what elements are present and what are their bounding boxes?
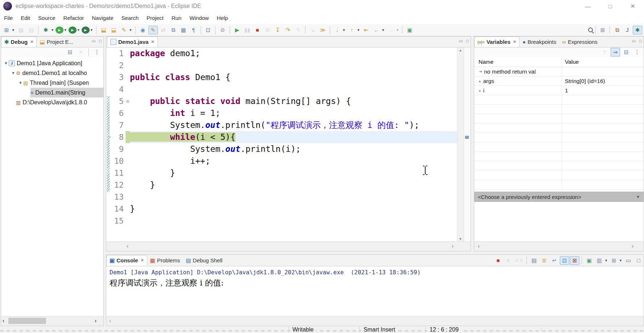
code-line[interactable]: 12 } (106, 179, 458, 191)
tree-item-content[interactable]: ≡Demo1.main(String (30, 88, 103, 97)
variables-empty-row[interactable] (474, 171, 644, 180)
variables-row[interactable]: ●i1 (474, 86, 644, 95)
open-perspective-button[interactable]: ⊞ (598, 25, 607, 35)
toggle-mark-occurrences-button[interactable]: ✎ (148, 25, 158, 35)
scroll-left-icon[interactable]: ‹ (127, 243, 128, 249)
tree-item-content[interactable]: ▥D:\Develop\Java\jdk1.8.0 (16, 97, 103, 107)
scroll-thumb[interactable] (8, 318, 46, 324)
column-header-name[interactable]: Name (474, 57, 562, 67)
step-into-button[interactable]: ↧ (273, 25, 283, 35)
chevron-down-icon[interactable]: ▼ (342, 28, 346, 32)
code-line[interactable]: 14} (106, 203, 458, 215)
scroll-up-icon[interactable]: ▲ (459, 48, 462, 52)
console-output[interactable]: Demo1 [Java Application] D:\Develop\Java… (106, 266, 644, 316)
skip-all-breakpoints-button[interactable]: ⊘ (218, 25, 227, 35)
minimize-button[interactable]: — (577, 0, 599, 12)
chevron-down-icon[interactable]: ▼ (12, 28, 15, 32)
save-all-button[interactable]: ▤ (26, 25, 36, 35)
code-editor[interactable]: 1package demo1;23public class Demo1 {45⊖… (106, 47, 458, 242)
step-return-button[interactable]: ↰ (294, 25, 303, 35)
view-menu-button[interactable]: ⋮ (632, 47, 642, 57)
code-line[interactable]: 6 int i = 1; (106, 107, 458, 119)
maximize-view-button[interactable]: □ (634, 256, 643, 265)
show-stdout-changed-button[interactable]: ⊡ (560, 256, 569, 265)
chevron-down-icon[interactable]: ▼ (64, 28, 67, 32)
suspend-button[interactable]: ▮▮ (243, 25, 252, 35)
menu-file[interactable]: File (0, 12, 17, 24)
open-type-button[interactable]: ⬓ (99, 25, 108, 35)
scroll-left-icon[interactable]: ‹ (109, 317, 111, 324)
column-header-value[interactable]: Value (562, 59, 644, 65)
chevron-down-icon[interactable]: ▼ (357, 28, 360, 32)
code-line[interactable]: 11 } (106, 167, 458, 179)
code-line[interactable]: 4 (106, 83, 458, 95)
scroll-left-icon[interactable]: ‹ (3, 317, 4, 324)
variables-row[interactable]: ⇥no method return val (474, 67, 644, 76)
maximize-view-icon[interactable]: □ (466, 38, 469, 43)
variables-empty-row[interactable] (474, 133, 644, 142)
debug-snapshot-button[interactable]: ◉ (138, 25, 148, 35)
variables-empty-row[interactable] (474, 105, 644, 114)
scroll-right-icon[interactable]: › (95, 317, 97, 324)
pin-console-button[interactable]: ▣ (584, 256, 594, 265)
menu-navigate[interactable]: Navigate (88, 12, 117, 24)
save-button[interactable]: ▤ (16, 25, 26, 35)
tree-item-content[interactable]: ▤Thread [main] (Suspen (23, 78, 103, 88)
current-line-marker[interactable] (465, 136, 469, 139)
scroll-right-icon[interactable]: › (632, 243, 633, 249)
tree-item[interactable]: ▼▤Thread [main] (Suspen (1, 78, 103, 88)
show-source-button[interactable]: ▦ (179, 25, 188, 35)
maximize-view-icon[interactable]: □ (99, 38, 102, 43)
code-line[interactable]: 10 i++; (106, 155, 458, 167)
back-button[interactable]: ←▼ (372, 25, 385, 35)
tree-item[interactable]: ≡Demo1.main(String (1, 88, 103, 97)
chevron-down-icon[interactable]: ▼ (636, 195, 640, 199)
debug-view-tab-debug[interactable]: ✱Debug✕ (1, 37, 37, 47)
variables-empty-row[interactable] (474, 114, 644, 124)
expand-chevron-icon[interactable]: ▼ (11, 71, 16, 75)
menu-help[interactable]: Help (213, 12, 232, 24)
scroll-lock-button[interactable]: ≣ (540, 256, 549, 265)
show-logical-structures-button[interactable]: ⇒ (611, 47, 620, 57)
minimize-view-button[interactable]: ▭ (624, 256, 633, 265)
close-icon[interactable]: ✕ (151, 39, 154, 44)
clear-console-button[interactable]: ▤ (529, 256, 539, 265)
variable-detail-pane[interactable] (474, 202, 644, 242)
expand-chevron-icon[interactable]: ▼ (3, 61, 9, 65)
collapse-all-button[interactable]: ⊟ (65, 47, 75, 57)
variables-hscrollbar[interactable]: ‹ › (474, 241, 644, 251)
drop-to-frame-button[interactable]: ↘ (308, 25, 317, 35)
scroll-right-icon[interactable]: › (452, 243, 454, 249)
perspective-hierarchy-button[interactable]: ⧉ (612, 25, 622, 35)
tree-item-content[interactable]: JDemo1 [Java Application] (9, 58, 103, 68)
view-menu-button[interactable]: ⋮ (92, 47, 102, 57)
close-icon[interactable]: ✕ (513, 39, 516, 44)
code-line[interactable]: 1package demo1; (106, 47, 458, 59)
menu-source[interactable]: Source (34, 12, 60, 24)
editor-tab-demo1-java[interactable]: Demo1.java ✕ (107, 37, 158, 47)
debug-hscrollbar[interactable]: ‹ › (1, 316, 103, 326)
code-line[interactable]: 2 (106, 59, 458, 71)
menu-search[interactable]: Search (117, 12, 143, 24)
open-console-button[interactable]: ⊞▼ (609, 256, 623, 265)
close-icon[interactable]: ✕ (140, 258, 144, 263)
chevron-down-icon[interactable]: ▼ (51, 28, 54, 32)
search-button[interactable] (588, 25, 593, 35)
chevron-down-icon[interactable]: ▼ (381, 28, 385, 32)
perspective-debug-button[interactable]: ✱ (633, 25, 642, 35)
coverage-button[interactable]: ▶▼ (69, 25, 81, 35)
previous-annotation-button[interactable]: ↑▼ (347, 25, 361, 35)
resume-button[interactable]: ▶ (233, 25, 242, 35)
chevron-down-icon[interactable]: ▼ (129, 28, 132, 32)
open-resource-button[interactable]: ⬓ (109, 25, 119, 35)
next-annotation-button[interactable]: ↓▼ (333, 25, 346, 35)
disconnect-button[interactable]: ⊝ (263, 25, 272, 35)
show-stderr-changed-button[interactable]: ⊠ (570, 256, 579, 265)
scroll-left-icon[interactable]: ‹ (478, 243, 480, 249)
close-icon[interactable]: ✕ (30, 39, 33, 44)
variables-view-tab-breakpoints[interactable]: ●Breakpoints (520, 37, 559, 47)
terminate-button[interactable]: ■ (253, 25, 262, 35)
menu-window[interactable]: Window (185, 12, 213, 24)
chevron-down-icon[interactable]: ▼ (90, 28, 93, 32)
step-over-button[interactable]: ↷ (283, 25, 293, 35)
